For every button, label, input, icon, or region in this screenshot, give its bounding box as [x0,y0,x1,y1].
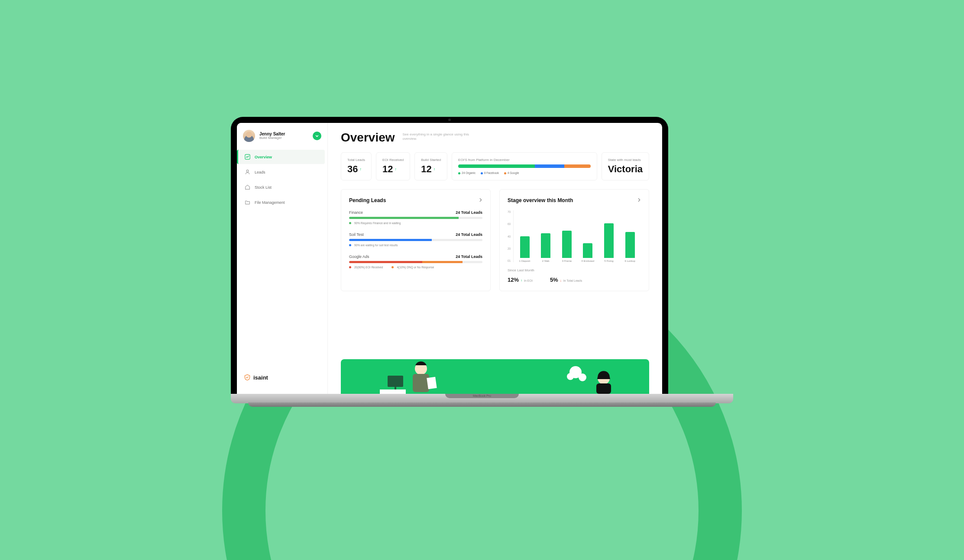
pending-category: Finance [349,210,363,215]
bar-label: 1 Deposit [519,260,530,262]
legend-item: 8 Facebook [481,171,499,174]
shield-icon [244,374,251,381]
pending-count: 24 Total Leads [456,254,482,259]
nav-label: Overview [255,155,272,159]
kpi-value: 12 [421,164,431,175]
avatar [243,130,255,142]
panel-stage-overview: Stage overview this Month 70 60 40 20 [499,189,649,291]
laptop-base: MacBook Pro [231,394,733,403]
person-icon [245,169,250,175]
progress-fill [349,217,459,219]
bar-col: 1 Deposit [515,236,534,262]
pending-count: 24 Total Leads [456,232,482,237]
page-subtitle: See everything in a single glance using … [403,131,472,142]
brand-logo: isaint [237,368,327,387]
pending-note: 4(10%) DNQ or No Response [391,266,434,269]
illustration-left [375,359,445,394]
kpi-value: 12 [382,164,393,175]
nav-label: Stock List [255,185,272,190]
nav-label: File Management [255,200,285,205]
trend-up-icon: ↑ [395,167,397,171]
kpi-label: State with most leads [608,158,643,162]
y-axis: 70 60 40 20 01 [508,210,513,262]
bar [625,232,635,258]
pending-category: Soil Test [349,232,364,237]
bar-chart: 70 60 40 20 01 1 Deposit2 Slab3 Frame4 E… [508,210,641,262]
trend-up-icon: ↑ [433,167,436,171]
chevron-down-icon [315,134,319,138]
bar-label: 4 Enclosed [582,260,595,262]
bar-label: 2 Slab [542,260,550,262]
kpi-build-started: Build Started 12↑ [414,152,447,180]
panel-title: Stage overview this Month [508,197,573,203]
svg-rect-4 [427,377,437,389]
kpi-state-most-leads: State with most leads Victoria [602,152,649,180]
chevron-right-icon [479,198,482,202]
kpi-label: EOI'S from Platform in December [458,158,591,162]
brand-name: isaint [253,374,268,381]
kpi-total-leads: Total Leads 36↑ [341,152,372,180]
segment-google [564,164,591,168]
user-role: Build Manager [259,136,308,140]
pending-category: Google Ads [349,254,369,259]
promo-banner [341,359,649,394]
kpi-eoi-received: EOI Received 12↑ [376,152,410,180]
sidebar-toggle-button[interactable] [313,132,321,140]
nav-item-file-management[interactable]: File Management [239,195,325,209]
arrow-down-icon: ↓ [560,279,562,283]
nav-item-leads[interactable]: Leads [239,165,325,179]
bar [541,233,550,258]
nav-label: Leads [255,170,265,174]
nav-list: Overview Leads Stock List File Managemen… [237,150,327,209]
progress-fill-2 [422,261,462,263]
bars-container: 1 Deposit2 Slab3 Frame4 Enclosed5 Fixing… [513,210,641,262]
kpi-label: Total Leads [347,158,365,162]
bar-label: 6 Lockup [624,260,635,262]
trend-up-icon: ↑ [359,167,362,171]
kpi-label: Build Started [421,158,441,162]
kpi-value: 36 [347,164,358,175]
user-profile[interactable]: Jenny Salter Build Manager [237,130,327,150]
illustration-right [563,359,623,394]
panel-expand-button[interactable] [479,198,482,203]
panel-title: Pending Leads [349,197,386,203]
bar-label: 3 Frame [562,260,572,262]
kpi-label: EOI Received [382,158,404,162]
nav-item-overview[interactable]: Overview [237,150,325,164]
pending-item-finance: Finance24 Total Leads 90% Requires Finan… [349,210,482,225]
state-value: Victoria [608,164,643,175]
bar [520,236,530,258]
chevron-right-icon [637,198,641,202]
delta-row: 12% ↑ In EOI 5% ↓ In Total Leads [508,277,641,283]
segment-organic [458,164,535,168]
panel-pending-leads: Pending Leads Finance24 Total Leads 90% … [341,189,491,291]
svg-rect-3 [413,374,429,392]
panel-expand-button[interactable] [637,198,641,203]
kpi-row: Total Leads 36↑ EOI Received 12↑ Build S… [341,152,649,180]
pending-item-google-ads: Google Ads24 Total Leads 20(60%) EOI Rec… [349,254,482,269]
since-label: Since Last Month [508,268,641,272]
bar-col: 6 Lockup [621,232,639,262]
house-icon [245,184,250,190]
svg-point-9 [567,373,574,380]
pending-note: 90% are waiting for soil test results [349,244,482,247]
svg-rect-12 [596,383,611,394]
pending-item-soil-test: Soil Test24 Total Leads 90% are waiting … [349,232,482,247]
pending-note: 90% Requires Finance and in waiting [349,222,482,225]
bar-col: 2 Slab [537,233,555,262]
laptop-notch [424,117,476,123]
legend-item: 24 Organic [458,171,476,174]
laptop-frame: Jenny Salter Build Manager Overview Lead [231,117,733,403]
app-screen: Jenny Salter Build Manager Overview Lead [237,123,662,394]
arrow-up-icon: ↑ [521,279,522,283]
stacked-bar [458,164,591,168]
nav-item-stock-list[interactable]: Stock List [239,180,325,194]
svg-point-1 [246,170,249,172]
bar-label: 5 Fixing [605,260,614,262]
eoi-legend: 24 Organic 8 Facebook 4 Google [458,171,591,174]
segment-facebook [535,164,564,168]
bar-col: 5 Fixing [600,223,618,262]
svg-point-10 [579,373,586,381]
kpi-eoi-platform: EOI'S from Platform in December 24 Organ… [452,152,597,180]
sidebar: Jenny Salter Build Manager Overview Lead [237,123,328,394]
